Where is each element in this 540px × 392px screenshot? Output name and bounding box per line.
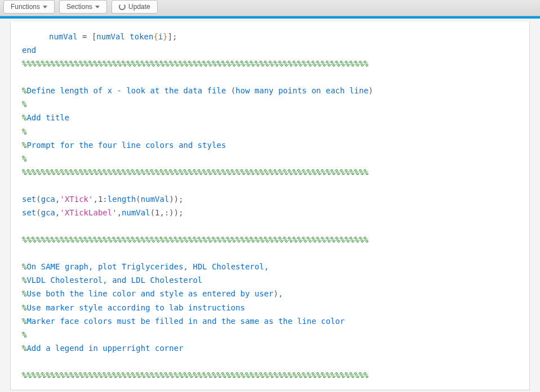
code-line	[22, 179, 518, 192]
code-line: %	[22, 328, 518, 341]
code-line: set(gca,'XTick',1:length(numVal));	[22, 192, 518, 206]
editor-wrap: numVal = [numVal token{i}]; end %%%%%%%%…	[0, 19, 540, 392]
caret-down-icon	[95, 6, 100, 8]
functions-button[interactable]: Functions	[3, 0, 55, 13]
code-line: %	[22, 97, 518, 111]
code-line: %	[22, 125, 518, 138]
code-line	[22, 355, 518, 368]
code-line: %On SAME graph, plot Triglycerides, HDL …	[22, 260, 518, 273]
caret-down-icon	[43, 6, 47, 8]
code-line: %%%%%%%%%%%%%%%%%%%%%%%%%%%%%%%%%%%%%%%%…	[22, 57, 518, 70]
code-line: %Add a legend in upperright corner	[22, 341, 518, 355]
code-line: numVal = [numVal token{i}];	[22, 30, 518, 43]
code-line	[22, 219, 518, 233]
code-line	[22, 70, 518, 84]
code-line: end	[22, 43, 518, 57]
functions-label: Functions	[11, 3, 40, 11]
code-line	[22, 246, 518, 260]
code-line: set(gca,'XTickLabel',numVal(1,:));	[22, 206, 518, 219]
code-line: %Use both the line color and style as en…	[22, 287, 518, 300]
code-editor[interactable]: numVal = [numVal token{i}]; end %%%%%%%%…	[10, 22, 530, 390]
update-label: Update	[128, 3, 150, 11]
sections-label: Sections	[66, 3, 92, 11]
code-line: %Add title	[22, 111, 518, 124]
code-line: %Define length of x - look at the data f…	[22, 84, 518, 97]
code-line: %%%%%%%%%%%%%%%%%%%%%%%%%%%%%%%%%%%%%%%%…	[22, 368, 518, 382]
code-line: %Prompt for the four line colors and sty…	[22, 138, 518, 152]
code-line: %%%%%%%%%%%%%%%%%%%%%%%%%%%%%%%%%%%%%%%%…	[22, 233, 518, 246]
code-line: %VLDL Cholesterol, and LDL Cholesterol	[22, 273, 518, 287]
code-line: %Marker face colors must be filled in an…	[22, 314, 518, 328]
update-button[interactable]: Update	[111, 0, 158, 13]
refresh-icon	[119, 3, 126, 10]
code-line: %	[22, 152, 518, 165]
sections-button[interactable]: Sections	[59, 0, 107, 13]
code-line: %Use marker style according to lab instr…	[22, 301, 518, 314]
code-line: %%%%%%%%%%%%%%%%%%%%%%%%%%%%%%%%%%%%%%%%…	[22, 165, 518, 179]
toolbar: Functions Sections Update	[0, 0, 540, 16]
